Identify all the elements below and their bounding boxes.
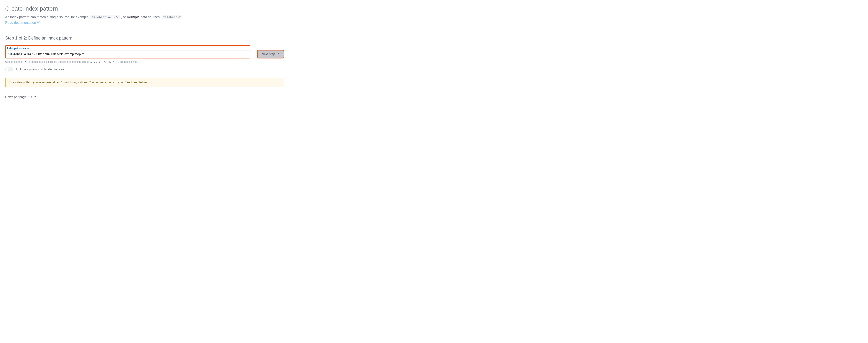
chevron-right-icon xyxy=(277,52,279,56)
close-icon xyxy=(10,68,12,70)
external-link-icon xyxy=(37,21,40,25)
page-subtitle: An index pattern can match a single sour… xyxy=(5,15,284,20)
toggle-knob xyxy=(6,68,9,71)
read-documentation-label: Read documentation xyxy=(5,21,36,25)
include-system-indices-label: Include system and hidden indices xyxy=(16,67,64,71)
help-disallowed-chars: \, /, ?, ", <, >, | xyxy=(89,60,119,63)
index-pattern-label: Index pattern name xyxy=(7,46,249,50)
no-match-callout: The index pattern you've entered doesn't… xyxy=(5,78,284,87)
subtitle-text-1: An index pattern can match a single sour… xyxy=(5,15,90,19)
subtitle-text-2: , or xyxy=(121,15,127,19)
help-text-3: are not allowed. xyxy=(119,60,138,63)
callout-indices-count: 0 indices xyxy=(125,81,137,84)
index-pattern-input[interactable] xyxy=(6,51,250,58)
help-text-1: Use an asterisk ( xyxy=(5,60,25,63)
index-pattern-field-wrapper: Index pattern name xyxy=(5,45,250,58)
next-step-label: Next step xyxy=(262,52,275,56)
subtitle-text-4: . xyxy=(183,15,184,19)
step-title: Step 1 of 2: Define an index pattern xyxy=(5,36,284,41)
subtitle-strong: multiple xyxy=(127,15,140,19)
callout-text-1: The index pattern you've entered doesn't… xyxy=(9,81,125,84)
index-pattern-help-text: Use an asterisk (*) to match multiple in… xyxy=(5,60,284,63)
page-title: Create index pattern xyxy=(5,5,284,12)
subtitle-text-3: data sources, xyxy=(141,15,161,19)
rows-per-page-selector[interactable]: Rows per page: 10 xyxy=(5,95,36,99)
help-text-2: ) to match multiple indices. Spaces and … xyxy=(26,60,89,63)
include-system-indices-toggle[interactable] xyxy=(5,67,13,72)
code-example-wildcard: filebeat-* xyxy=(161,15,182,19)
rows-per-page-label: Rows per page: 10 xyxy=(5,95,32,99)
callout-text-2: , below. xyxy=(137,81,148,84)
chevron-down-icon xyxy=(34,95,36,99)
read-documentation-link[interactable]: Read documentation xyxy=(5,21,40,25)
next-step-button[interactable]: Next step xyxy=(257,50,284,58)
code-example-single: filebeat-4-3-22 xyxy=(90,15,120,19)
